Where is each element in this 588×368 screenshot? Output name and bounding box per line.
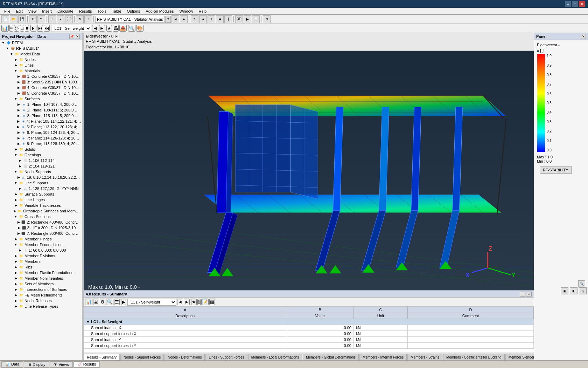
close-button[interactable]: ✕ bbox=[579, 1, 585, 7]
tb2-results[interactable]: 📊 bbox=[1, 25, 9, 32]
nav-pin[interactable]: 📌 bbox=[69, 34, 74, 39]
menu-tools[interactable]: Tools bbox=[94, 8, 109, 14]
tree-item-line-release[interactable]: ▶📁Line Release Types bbox=[0, 304, 82, 309]
tb2-bookmark[interactable]: ★ bbox=[106, 25, 112, 32]
menu-options[interactable]: Options bbox=[124, 8, 143, 14]
tree-item-line-supports[interactable]: ▼📁Line Supports bbox=[0, 180, 82, 186]
tree-item-surf5[interactable]: ▶◈5: Plane; 113,122,120,123; 4; 20... bbox=[0, 124, 82, 130]
rt-note[interactable]: 📝 bbox=[201, 299, 209, 305]
tab-display[interactable]: 🖥 Display bbox=[24, 361, 49, 368]
tree-item-nodes[interactable]: ▶📁Nodes bbox=[0, 57, 82, 62]
tree-item-surf7[interactable]: ▶◈7: Plane; 114,126-128; 4; 200.0 ... bbox=[0, 135, 82, 141]
rt-columns[interactable]: ☰ bbox=[114, 299, 120, 305]
tree-item-open1[interactable]: ▶⬜1: 106,112-114 bbox=[0, 158, 82, 163]
tb-back[interactable]: ◄ bbox=[172, 15, 179, 23]
tb-rotate[interactable]: ↻ bbox=[76, 15, 84, 23]
menu-table[interactable]: Table bbox=[109, 8, 124, 14]
tree-item-surfaces[interactable]: ▼📁Surfaces bbox=[0, 96, 82, 102]
window-controls[interactable]: – □ ✕ bbox=[565, 1, 585, 7]
menu-calculate[interactable]: Calculate bbox=[55, 8, 76, 14]
rt-filter[interactable]: 🔍 bbox=[106, 299, 113, 305]
rt-expand[interactable]: ▦ bbox=[209, 299, 215, 305]
tb-redo[interactable]: ↷ bbox=[37, 15, 45, 23]
tree-item-surf8[interactable]: ▶◈8: Plane; 113,128-130; 4; 200.0 ... bbox=[0, 141, 82, 146]
tree-item-mat1[interactable]: ▶🟫1: Concrete C30/37 | DIN 1045-... bbox=[0, 74, 82, 79]
rt-bookmark[interactable]: ★ bbox=[191, 299, 197, 305]
tree-item-rfem-root[interactable]: ▼🔷RFEM bbox=[0, 40, 82, 46]
tb2-export[interactable]: 📤 bbox=[119, 25, 127, 32]
rt-export[interactable]: 📊 bbox=[85, 299, 92, 305]
tree-item-materials[interactable]: ▼📁Materials bbox=[0, 68, 82, 74]
tree-item-sets-of-members[interactable]: ▶📁Sets of Members bbox=[0, 281, 82, 287]
tree-item-nodal-releases[interactable]: ▶📁Nodal Releases bbox=[0, 298, 82, 304]
tb-select[interactable]: ↖ bbox=[191, 15, 198, 23]
panel-close[interactable]: ✕ bbox=[581, 34, 586, 39]
tb-grid[interactable]: ☰ bbox=[252, 15, 260, 23]
menu-edit[interactable]: Edit bbox=[13, 8, 26, 14]
tree-item-variable-thick[interactable]: ▶📁Variable Thicknesses bbox=[0, 203, 82, 208]
tree-item-surface-supports[interactable]: ▶📁Surface Supports bbox=[0, 191, 82, 197]
result-tab-8[interactable]: Members - Coefficients for Buckling bbox=[443, 354, 505, 360]
tree-item-mecc1[interactable]: ▶↕1: G; 0,0,300; 0,0,300 bbox=[0, 247, 82, 253]
tree-item-cs3[interactable]: ▶⬛3: HE A 300 | DIN 1025-3:1994;... bbox=[0, 225, 82, 231]
rt-config[interactable]: ⚙ bbox=[100, 299, 105, 305]
nav-close[interactable]: ✕ bbox=[75, 34, 80, 39]
tree-item-lines[interactable]: ▶📁Lines bbox=[0, 62, 82, 68]
tree-item-surf4[interactable]: ▶◈4: Plane; 105,114,122,121; 4; 20... bbox=[0, 118, 82, 124]
tree-item-cs7[interactable]: ▶⬛7: Rectangle 300/400; Concrete ... bbox=[0, 231, 82, 236]
tree-item-surf6[interactable]: ▶◈6: Plane; 106,124-126; 4; 200.0 ... bbox=[0, 130, 82, 135]
result-tab-7[interactable]: Members - Strains bbox=[407, 354, 442, 360]
tb-render[interactable]: ▶ bbox=[244, 15, 251, 23]
tb-save[interactable]: 💾 bbox=[18, 15, 26, 23]
tree-item-member-elastic[interactable]: ▶📁Member Elastic Foundations bbox=[0, 270, 82, 275]
tb-member[interactable]: | bbox=[224, 15, 232, 23]
menu-view[interactable]: View bbox=[26, 8, 40, 14]
menu-window[interactable]: Window bbox=[176, 8, 196, 14]
menu-results[interactable]: Results bbox=[76, 8, 95, 14]
tree-item-openings[interactable]: ▼📁Openings bbox=[0, 152, 82, 158]
tb2-iso[interactable]: ◌ bbox=[14, 25, 19, 32]
tree-item-nsup1[interactable]: ▶△19: 8,10,12,14,16,18,20,22,24; Y... bbox=[0, 175, 82, 180]
tree-item-intersections[interactable]: ▶📁Intersections of Surfaces bbox=[0, 287, 82, 292]
tb2-solid[interactable]: ■ bbox=[25, 25, 29, 32]
rt-play[interactable]: ▶ bbox=[121, 299, 126, 305]
tree-item-member-ecc[interactable]: ▼📁Member Eccentricities bbox=[0, 242, 82, 247]
menu-insert[interactable]: Insert bbox=[39, 8, 55, 14]
results-maximize[interactable]: □ bbox=[526, 292, 532, 297]
tree-item-fe-mesh[interactable]: ▶📁FE Mesh Refinements bbox=[0, 292, 82, 298]
stability-dropdown[interactable]: ▼ bbox=[165, 16, 171, 23]
tree-item-member-div[interactable]: ▶📁Member Divisions bbox=[0, 253, 82, 259]
rt-lc-dropdown[interactable]: LC1 - Self-weight bbox=[127, 299, 176, 306]
viewport-3d[interactable]: Eigenvector - u [-] RF-STABILITY CA1 - S… bbox=[84, 33, 534, 290]
tb-view3d[interactable]: 3D bbox=[235, 15, 243, 23]
result-tab-1[interactable]: Nodes - Support Forces bbox=[120, 354, 164, 360]
tree-item-line-hinges[interactable]: ▶📁Line Hinges bbox=[0, 197, 82, 203]
tb2-lcback[interactable]: ◄ bbox=[92, 25, 98, 32]
result-tab-0[interactable]: Results - Summary bbox=[84, 354, 120, 360]
tree-item-ortho-surfaces[interactable]: ▶📁Orthotropic Surfaces and Membra... bbox=[0, 208, 82, 214]
tb-undo[interactable]: ↶ bbox=[29, 15, 37, 23]
tree-item-solids[interactable]: ▶📁Solids bbox=[0, 146, 82, 152]
tb-node[interactable]: ● bbox=[199, 15, 207, 23]
tree-item-cross-sections[interactable]: ▼📁Cross-Sections bbox=[0, 214, 82, 219]
tb-zoom-in[interactable]: + bbox=[48, 15, 56, 23]
tree-item-mat4[interactable]: ▶🟫4: Concrete C30/37 | DIN 1045-... bbox=[0, 85, 82, 90]
tb-open[interactable]: 📂 bbox=[10, 15, 18, 23]
rt-print[interactable]: 🖶 bbox=[93, 299, 99, 305]
tb-new[interactable]: 📄 bbox=[1, 15, 9, 23]
panel-view1[interactable]: ▣ bbox=[561, 287, 568, 294]
tb2-wire[interactable]: □ bbox=[20, 25, 24, 32]
lc-dropdown[interactable]: LC1 - Self-weight bbox=[51, 25, 91, 32]
tb2-lcfwd[interactable]: ► bbox=[99, 25, 105, 32]
rt-info[interactable]: ℹ bbox=[197, 299, 201, 305]
result-tab-2[interactable]: Nodes - Deformations bbox=[164, 354, 205, 360]
viewport-canvas[interactable]: Y Z X Max u: 1.0, Min u: 0.0 - bbox=[84, 51, 534, 290]
tree-item-open2[interactable]: ▶⬜2: 104,119-121 bbox=[0, 163, 82, 169]
tb2-prev[interactable]: ⏮ bbox=[37, 25, 43, 32]
tree-item-ribs[interactable]: ▶📁Ribs bbox=[0, 264, 82, 270]
tb-forward[interactable]: ► bbox=[180, 15, 188, 23]
tree-item-surf3[interactable]: ▶◈3: Plane; 115-118; 5; 200.0 mm... bbox=[0, 113, 82, 118]
result-tab-6[interactable]: Members - Internal Forces bbox=[359, 354, 407, 360]
tb-zoom-out[interactable]: - bbox=[57, 15, 64, 23]
result-tab-4[interactable]: Members - Local Deformations bbox=[248, 354, 302, 360]
